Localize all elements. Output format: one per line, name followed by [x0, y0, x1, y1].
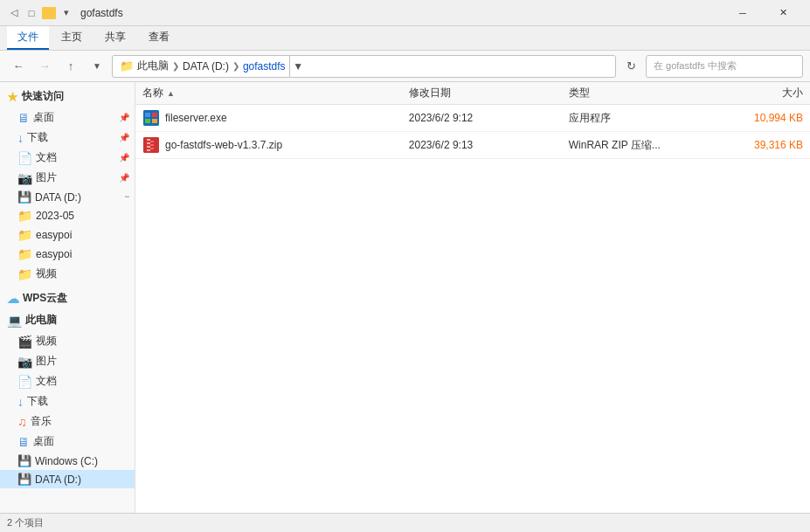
datad-icon: 💾 — [17, 190, 31, 204]
up-button[interactable]: ↑ — [59, 55, 82, 78]
sidebar-item-docs[interactable]: 📄 文档 📌 — [0, 148, 135, 168]
sidebar-item-video2[interactable]: 🎬 视频 — [0, 331, 135, 351]
col-name-header[interactable]: 名称 ▲ — [142, 86, 409, 100]
address-path[interactable]: 📁 此电脑 ❯ DATA (D:) ❯ gofastdfs ▼ — [112, 55, 616, 78]
col-type-header[interactable]: 类型 — [569, 86, 696, 100]
sidebar-item-download2[interactable]: ↓ 下载 — [0, 391, 135, 411]
svg-rect-0 — [143, 110, 159, 126]
path-folder[interactable]: gofastdfs — [243, 60, 286, 73]
col-size-header[interactable]: 大小 — [696, 86, 803, 100]
refresh-button[interactable]: ↻ — [620, 55, 642, 78]
status-bar: 2 个项目 — [0, 513, 810, 532]
minimize-button[interactable]: ─ — [723, 0, 763, 26]
sidebar-thispc-label: 此电脑 — [25, 313, 57, 328]
path-dropdown[interactable]: ▼ — [289, 55, 307, 78]
path-pc[interactable]: 此电脑 — [137, 59, 169, 73]
search-placeholder: 在 gofastdfs 中搜索 — [654, 59, 737, 73]
sidebar-windowsc-label: Windows (C:) — [35, 455, 98, 467]
sidebar-item-datad[interactable]: 💾 DATA (D:) ━ — [0, 188, 135, 206]
tab-home[interactable]: 主页 — [51, 26, 93, 50]
sidebar-wpscloud-header[interactable]: ☁ WPS云盘 — [0, 287, 135, 309]
col-date-header[interactable]: 修改日期 — [409, 86, 569, 100]
svg-rect-8 — [147, 146, 150, 148]
sidebar-item-doc2[interactable]: 📄 文档 — [0, 371, 135, 391]
file-row-fileserver[interactable]: fileserver.exe 2023/6/2 9:12 应用程序 10,994… — [135, 105, 810, 132]
zip-filename: go-fastdfs-web-v1.3.7.zip — [165, 139, 282, 151]
sort-indicator: ▲ — [167, 89, 175, 98]
search-box[interactable]: 在 gofastdfs 中搜索 — [646, 55, 803, 78]
folder-easypoi1-icon: 📁 — [17, 228, 32, 242]
sidebar-item-download[interactable]: ↓ 下载 📌 — [0, 128, 135, 148]
forward-button[interactable]: → — [33, 55, 56, 78]
music-icon: ♫ — [17, 415, 27, 429]
sidebar-wpscloud-label: WPS云盘 — [23, 291, 67, 306]
title-folder-icon — [42, 7, 56, 19]
sidebar: ★ 快速访问 🖥 桌面 📌 ↓ 下载 📌 📄 文档 📌 📷 图片 📌 💾 DAT… — [0, 82, 135, 513]
status-item-count: 2 个项目 — [7, 516, 44, 529]
title-icon-dropdown[interactable]: ▾ — [59, 6, 73, 20]
title-icon-back: ◁ — [7, 6, 21, 20]
sidebar-pic2-label: 图片 — [36, 354, 57, 369]
sidebar-2023-label: 2023-05 — [36, 210, 74, 222]
pics-pin-icon: 📌 — [119, 173, 129, 183]
close-button[interactable]: ✕ — [763, 0, 803, 26]
tab-share[interactable]: 共享 — [94, 26, 136, 50]
sidebar-download2-label: 下载 — [27, 394, 48, 409]
doc2-icon: 📄 — [17, 375, 32, 389]
docs-icon: 📄 — [17, 151, 32, 165]
sidebar-item-2023[interactable]: 📁 2023-05 — [0, 206, 135, 225]
pic2-icon: 📷 — [17, 355, 32, 369]
sidebar-item-music[interactable]: ♫ 音乐 — [0, 411, 135, 432]
tab-file[interactable]: 文件 — [7, 26, 49, 50]
svg-rect-6 — [147, 139, 150, 141]
title-bar-icons: ◁ □ ▾ — [7, 6, 73, 20]
sidebar-item-desktop[interactable]: 🖥 桌面 📌 — [0, 107, 135, 128]
recent-button[interactable]: ▼ — [86, 55, 108, 78]
fileserver-date: 2023/6/2 9:12 — [409, 112, 569, 124]
back-button[interactable]: ← — [7, 55, 30, 78]
main-content: ★ 快速访问 🖥 桌面 📌 ↓ 下载 📌 📄 文档 📌 📷 图片 📌 💾 DAT… — [0, 82, 810, 513]
exe-icon — [143, 110, 159, 126]
sidebar-thispc-header[interactable]: 💻 此电脑 — [0, 309, 135, 331]
sidebar-docs-label: 文档 — [36, 150, 57, 165]
svg-rect-10 — [150, 141, 154, 142]
computer-icon: 💻 — [7, 314, 22, 328]
docs-pin-icon: 📌 — [119, 153, 129, 162]
sidebar-music-label: 音乐 — [31, 414, 52, 429]
zip-icon — [142, 136, 160, 154]
zip-size: 39,316 KB — [696, 139, 803, 151]
zip-name-cell: go-fastdfs-web-v1.3.7.zip — [142, 136, 409, 154]
sidebar-item-easypoi2[interactable]: 📁 easypoi — [0, 245, 135, 264]
fileserver-size: 10,994 KB — [696, 112, 803, 124]
sidebar-item-easypoi1[interactable]: 📁 easypoi — [0, 225, 135, 245]
windows-drive-icon: 💾 — [17, 454, 31, 467]
sidebar-desktop-label: 桌面 — [33, 110, 54, 125]
desktop-icon: 🖥 — [17, 111, 30, 125]
file-list-header: 名称 ▲ 修改日期 类型 大小 — [135, 82, 810, 105]
pics-icon: 📷 — [17, 171, 32, 185]
sidebar-item-pic2[interactable]: 📷 图片 — [0, 351, 135, 371]
sidebar-item-datad2[interactable]: 💾 DATA (D:) — [0, 470, 135, 488]
datad-pin-icon: ━ — [125, 193, 129, 201]
folder-easypoi2-icon: 📁 — [17, 247, 32, 261]
path-data[interactable]: DATA (D:) — [183, 60, 229, 73]
sidebar-item-windowsc[interactable]: 💾 Windows (C:) — [0, 452, 135, 470]
fileserver-type: 应用程序 — [569, 111, 696, 126]
quickaccess-star-icon: ★ — [7, 90, 18, 104]
sidebar-quickaccess-header[interactable]: ★ 快速访问 — [0, 86, 135, 107]
title-bar: ◁ □ ▾ gofastdfs ─ ✕ — [0, 0, 810, 26]
fileserver-name-cell: fileserver.exe — [142, 109, 409, 127]
title-controls: ─ ✕ — [723, 0, 803, 26]
zip-type: WinRAR ZIP 压缩... — [569, 138, 696, 153]
sidebar-item-desktop2[interactable]: 🖥 桌面 — [0, 432, 135, 452]
sidebar-pics-label: 图片 — [36, 170, 57, 185]
col-name-label: 名称 — [142, 86, 163, 100]
sidebar-item-pics[interactable]: 📷 图片 📌 — [0, 168, 135, 188]
sidebar-quickaccess-label: 快速访问 — [22, 89, 64, 104]
file-row-zip[interactable]: go-fastdfs-web-v1.3.7.zip 2023/6/2 9:13 … — [135, 132, 810, 159]
folder-video-icon: 📁 — [17, 267, 32, 281]
sidebar-item-video[interactable]: 📁 视频 — [0, 264, 135, 284]
zip-date: 2023/6/2 9:13 — [409, 139, 569, 151]
download2-icon: ↓ — [17, 395, 24, 409]
tab-view[interactable]: 查看 — [138, 26, 180, 50]
